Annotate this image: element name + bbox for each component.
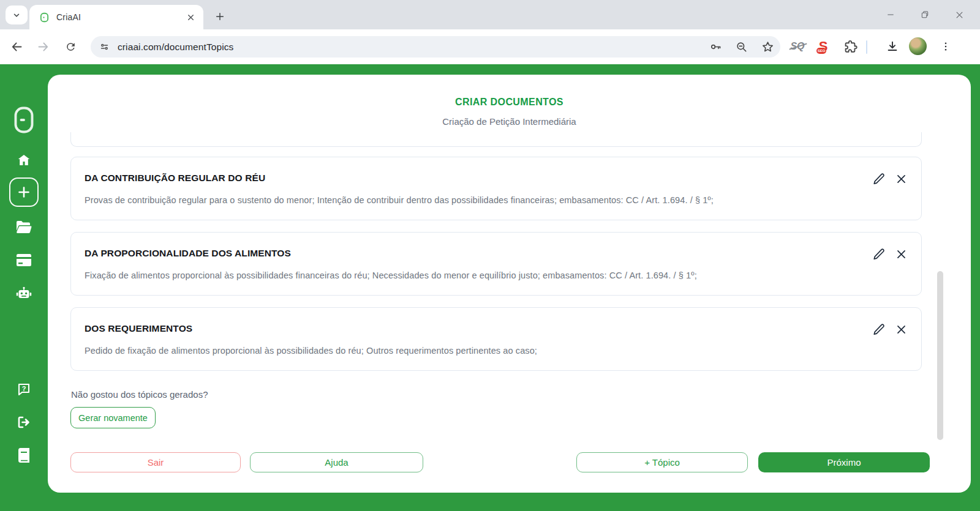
pencil-icon bbox=[873, 323, 885, 335]
sidebar-item-billing[interactable] bbox=[0, 253, 48, 267]
scrollbar-thumb[interactable] bbox=[937, 271, 943, 440]
regenerate-button[interactable]: Gerar novamente bbox=[70, 407, 156, 428]
x-icon bbox=[895, 324, 907, 335]
sidebar-item-logout[interactable] bbox=[0, 415, 48, 430]
regenerate-prompt: Não gostou dos tópicos gerados? bbox=[71, 389, 208, 400]
browser-tab[interactable]: CriaAI bbox=[29, 5, 203, 29]
restore-button[interactable] bbox=[908, 0, 942, 29]
back-button[interactable] bbox=[6, 36, 27, 57]
sair-button[interactable]: Sair bbox=[70, 452, 241, 472]
content-panel: CRIAR DOCUMENTOS Criação de Petição Inte… bbox=[48, 75, 971, 493]
edit-topic-button[interactable] bbox=[872, 247, 886, 261]
criaai-logo-icon bbox=[0, 106, 48, 134]
forward-button[interactable] bbox=[32, 36, 53, 57]
sq-extension-icon: SQ bbox=[790, 41, 804, 52]
sidebar-item-help[interactable]: ? bbox=[0, 382, 48, 397]
close-window-button[interactable] bbox=[942, 0, 976, 29]
topic-title: DOS REQUERIMENTOS bbox=[85, 323, 192, 334]
minimize-button[interactable] bbox=[873, 0, 908, 29]
page-subtitle: Criação de Petição Intermediária bbox=[48, 116, 971, 127]
topic-card: DA CONTRIBUIÇÃO REGULAR DO RÉU Provas de… bbox=[70, 157, 922, 220]
x-icon bbox=[895, 173, 907, 185]
x-icon bbox=[895, 248, 907, 260]
topic-title: DA PROPORCIONALIDADE DOS ALIMENTOS bbox=[85, 248, 291, 259]
topic-card-partial bbox=[70, 132, 922, 147]
webpage: ? CRIAR DOCUMENTOS Criação de Petição In… bbox=[0, 64, 980, 511]
sidebar-item-home[interactable] bbox=[0, 153, 48, 168]
reload-icon bbox=[65, 41, 77, 53]
edit-topic-button[interactable] bbox=[872, 323, 886, 336]
help-chat-icon: ? bbox=[17, 382, 31, 397]
tab-search-button[interactable] bbox=[6, 6, 28, 24]
restore-icon bbox=[921, 10, 929, 19]
forward-arrow-icon bbox=[37, 40, 50, 53]
password-key-icon[interactable] bbox=[709, 40, 722, 53]
browser-window: CriaAI bbox=[0, 0, 980, 511]
sidebar-item-ai-assistant[interactable] bbox=[0, 286, 48, 301]
zoom-out-icon[interactable] bbox=[736, 41, 748, 53]
app-sidebar: ? bbox=[0, 64, 48, 511]
downloads-button[interactable] bbox=[882, 36, 903, 57]
credit-card-icon bbox=[16, 253, 32, 267]
folder-open-icon bbox=[16, 220, 32, 234]
bookmark-star-icon[interactable] bbox=[761, 40, 774, 53]
svg-text:?: ? bbox=[22, 385, 26, 392]
tab-strip: CriaAI bbox=[0, 0, 980, 29]
sidebar-item-library[interactable] bbox=[0, 448, 48, 463]
pencil-icon bbox=[873, 248, 885, 260]
home-icon bbox=[17, 153, 31, 168]
minimize-icon bbox=[886, 10, 895, 19]
profile-avatar[interactable] bbox=[909, 37, 927, 55]
back-arrow-icon bbox=[10, 40, 23, 53]
topic-card: DA PROPORCIONALIDADE DOS ALIMENTOS Fixaç… bbox=[70, 232, 922, 296]
topic-card: DOS REQUERIMENTOS Pedido de fixação de a… bbox=[70, 307, 922, 371]
three-dot-menu-icon bbox=[940, 41, 951, 52]
topic-title: DA CONTRIBUIÇÃO REGULAR DO RÉU bbox=[85, 173, 265, 184]
chevron-down-icon bbox=[12, 11, 21, 20]
sidebar-item-documents[interactable] bbox=[0, 220, 48, 234]
remove-topic-button[interactable] bbox=[894, 323, 908, 336]
address-bar[interactable]: criaai.com/documentTopics bbox=[91, 36, 780, 58]
page-title: CRIAR DOCUMENTOS bbox=[48, 97, 971, 108]
add-topic-button[interactable]: + Tópico bbox=[576, 452, 748, 472]
ajuda-button[interactable]: Ajuda bbox=[250, 452, 423, 472]
remove-topic-button[interactable] bbox=[894, 172, 908, 185]
browser-toolbar: criaai.com/documentTopics SQ SSEO bbox=[0, 29, 980, 64]
window-controls bbox=[873, 0, 976, 29]
new-tab-button[interactable] bbox=[211, 7, 229, 26]
extensions-button[interactable] bbox=[840, 36, 861, 57]
plus-icon bbox=[215, 12, 225, 21]
omnibox-actions bbox=[709, 36, 774, 58]
plus-icon bbox=[17, 185, 31, 200]
topic-description: Provas de contribuição regular para o su… bbox=[85, 195, 714, 205]
criaai-favicon-icon bbox=[39, 12, 50, 23]
site-settings-icon[interactable] bbox=[91, 42, 118, 52]
reload-button[interactable] bbox=[60, 36, 81, 57]
download-icon bbox=[886, 40, 899, 53]
topic-description: Pedido de fixação de alimentos proporcio… bbox=[85, 346, 537, 356]
extension-seo[interactable]: SSEO bbox=[813, 36, 833, 57]
remove-topic-button[interactable] bbox=[894, 247, 908, 261]
chrome-menu-button[interactable] bbox=[936, 36, 956, 57]
logout-icon bbox=[17, 415, 31, 430]
seo-extension-icon: SSEO bbox=[819, 40, 828, 53]
puzzle-icon bbox=[844, 40, 858, 53]
close-icon bbox=[955, 10, 964, 20]
url-text[interactable]: criaai.com/documentTopics bbox=[118, 42, 233, 53]
seo-badge: SEO bbox=[816, 48, 827, 54]
pencil-icon bbox=[873, 173, 885, 185]
topic-description: Fixação de alimentos proporcional às pos… bbox=[85, 270, 697, 280]
book-icon bbox=[17, 448, 31, 463]
tab-close-icon[interactable] bbox=[185, 12, 196, 23]
edit-topic-button[interactable] bbox=[872, 172, 886, 185]
extension-sq[interactable]: SQ bbox=[788, 36, 807, 57]
proximo-button[interactable]: Próximo bbox=[758, 452, 930, 472]
tab-title: CriaAI bbox=[56, 12, 185, 22]
sidebar-item-create[interactable] bbox=[9, 177, 39, 207]
toolbar-divider bbox=[866, 40, 867, 54]
robot-icon bbox=[16, 286, 32, 301]
